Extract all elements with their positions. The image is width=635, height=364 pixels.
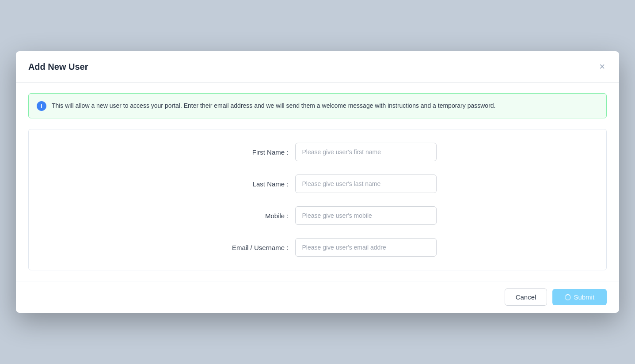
last-name-input[interactable] (295, 174, 437, 193)
close-button[interactable]: × (597, 60, 607, 73)
cancel-button[interactable]: Cancel (505, 288, 548, 306)
email-label: Email / Username : (198, 244, 295, 251)
last-name-label: Last Name : (198, 180, 295, 188)
info-icon: i (37, 101, 46, 111)
modal-backdrop: Add New User × i This will allow a new u… (0, 0, 635, 364)
submit-button[interactable]: Submit (552, 289, 607, 305)
email-row: Email / Username : (38, 238, 597, 257)
first-name-row: First Name : (38, 143, 597, 161)
mobile-row: Mobile : (38, 206, 597, 225)
modal-body: i This will allow a new user to access y… (16, 83, 619, 281)
submit-label: Submit (574, 293, 594, 301)
info-banner: i This will allow a new user to access y… (28, 93, 607, 118)
email-input[interactable] (295, 238, 437, 257)
modal-header: Add New User × (16, 51, 619, 83)
close-icon: × (599, 62, 605, 72)
first-name-label: First Name : (198, 148, 295, 156)
modal-title: Add New User (28, 62, 88, 72)
last-name-row: Last Name : (38, 174, 597, 193)
form-card: First Name : Last Name : Mobile : Email … (28, 129, 607, 270)
submit-spinner-icon (565, 294, 571, 300)
mobile-label: Mobile : (198, 212, 295, 220)
mobile-input[interactable] (295, 206, 437, 225)
info-banner-text: This will allow a new user to access you… (52, 101, 496, 110)
add-new-user-modal: Add New User × i This will allow a new u… (16, 51, 619, 313)
modal-footer: Cancel Submit (16, 281, 619, 313)
first-name-input[interactable] (295, 143, 437, 161)
